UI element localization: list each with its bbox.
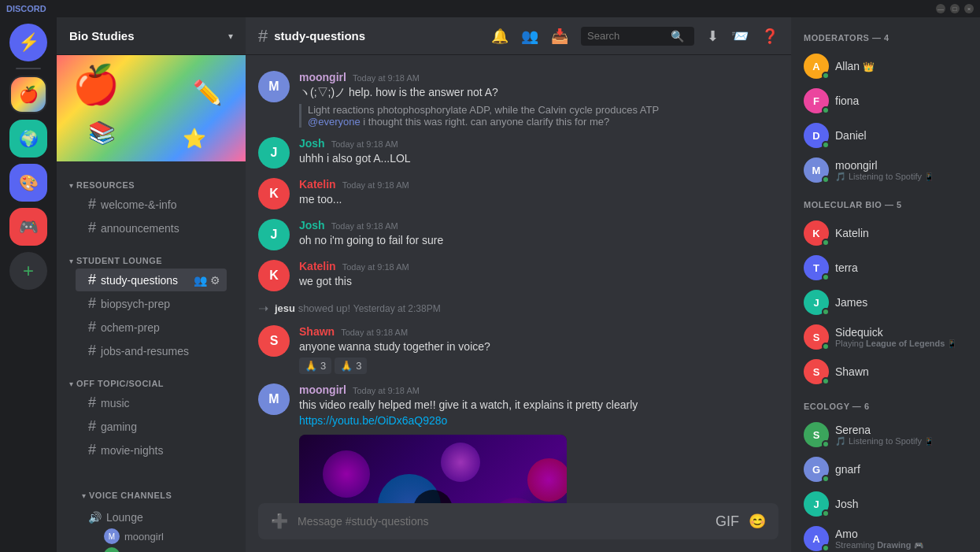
add-member-icon[interactable]: 👥 — [194, 274, 207, 287]
member-item-allan[interactable]: A Allan 👑 — [797, 49, 974, 83]
add-server-button[interactable]: + — [9, 252, 47, 290]
member-info: Katelin — [835, 227, 967, 239]
status-indicator — [822, 106, 830, 114]
message-input-field[interactable] — [298, 515, 706, 528]
category-resources-header[interactable]: ▾ RESOURCES — [69, 180, 233, 190]
server-name: Bio Studies — [69, 29, 135, 43]
member-item-daniel[interactable]: D Daniel — [797, 118, 974, 153]
download-icon[interactable]: ⬇ — [707, 28, 719, 45]
plus-icon[interactable]: ➕ — [271, 513, 288, 530]
video-embed[interactable]: ▶ — [299, 435, 567, 503]
category-voice-label: VOICE CHANNELS — [89, 491, 172, 500]
member-name: Allan 👑 — [835, 60, 967, 72]
channel-biopsych-prep[interactable]: # biopsych-prep — [76, 292, 227, 315]
server-header[interactable]: Bio Studies ▾ — [57, 17, 246, 55]
system-message-text: jesu showed up! Yesterday at 2:38PM — [275, 302, 441, 314]
message-username[interactable]: Katelin — [299, 260, 336, 272]
video-link[interactable]: https://youtu.be/OiDx6aQ928o — [299, 414, 447, 427]
member-info: Sidequick Playing League of Legends 📱 — [835, 326, 967, 348]
help-icon[interactable]: ❓ — [761, 28, 778, 45]
member-activity: Playing League of Legends 📱 — [835, 339, 967, 348]
message-username[interactable]: Shawn — [299, 325, 335, 338]
server-banner: 🍎 ✏️ 📚 ⭐ — [57, 55, 246, 161]
voice-member-moongirl[interactable]: M moongirl — [82, 527, 227, 546]
member-item-moongirl[interactable]: M moongirl 🎵 Listening to Spotify 📱 — [797, 153, 974, 187]
search-input[interactable] — [587, 30, 666, 42]
channel-announcements[interactable]: # announcements — [76, 217, 227, 239]
message-header: Josh Today at 9:18 AM — [299, 219, 778, 232]
channel-welcome-info[interactable]: # welcome-&-info — [76, 193, 227, 216]
avatar: S — [804, 359, 829, 384]
member-name: Sidequick — [835, 326, 967, 339]
avatar: J — [258, 219, 290, 250]
channel-music[interactable]: # music — [76, 391, 227, 414]
search-bar[interactable]: 🔍 — [581, 27, 694, 46]
message-group: J Josh Today at 9:18 AM oh no i'm going … — [258, 216, 778, 254]
gif-icon[interactable]: GIF — [716, 513, 739, 530]
message-text: me too... — [299, 192, 778, 208]
banner-content: 🍎 ✏️ 📚 ⭐ — [57, 55, 246, 161]
category-voice-header[interactable]: ▾ VOICE CHANNELS — [69, 478, 233, 503]
message-username[interactable]: Josh — [299, 137, 325, 150]
member-item-james[interactable]: J James — [797, 285, 974, 320]
bell-icon[interactable]: 🔔 — [491, 28, 508, 45]
reaction-btn[interactable]: 🙏 3 — [299, 358, 331, 374]
message-content: moongirl Today at 9:18 AM ヽ(;▽;)ノ help. … — [299, 71, 778, 128]
message-username[interactable]: Katelin — [299, 178, 336, 191]
inbox-icon[interactable]: 📥 — [551, 28, 568, 45]
speaker-icon: 🔊 — [88, 511, 102, 524]
member-item-josh-ecology[interactable]: J Josh — [797, 487, 974, 521]
channel-movie-nights[interactable]: # movie-nights — [76, 439, 227, 461]
settings-icon[interactable]: ⚙ — [210, 274, 220, 287]
member-info: Shawn — [835, 365, 967, 378]
voice-member-serena[interactable]: S Serena — [82, 546, 227, 552]
member-item-serena[interactable]: S Serena 🎵 Listening to Spotify 📱 — [797, 417, 974, 452]
category-student-lounge-header[interactable]: ▾ STUDENT LOUNGE — [69, 256, 233, 265]
video-thumbnail: ▶ — [299, 435, 567, 503]
reaction-btn[interactable]: 🙏 3 — [335, 358, 367, 374]
maximize-btn[interactable]: □ — [950, 4, 960, 13]
message-username[interactable]: moongirl — [299, 71, 346, 83]
minimize-btn[interactable]: — — [936, 4, 945, 13]
member-category-ecology: ECOLOGY — 6 S Serena 🎵 Listening to Spot… — [797, 398, 974, 552]
voice-member-label: Serena — [124, 550, 157, 553]
notification-icon[interactable]: 📨 — [731, 28, 749, 45]
category-off-topic: ▾ OFF TOPIC/SOCIAL # music # gaming # mo… — [57, 366, 246, 465]
server-home[interactable]: ⚡ — [9, 24, 47, 61]
member-item-gnarf[interactable]: G gnarf — [797, 452, 974, 487]
server-bio-studies[interactable]: 🍎 — [9, 76, 47, 113]
voice-channel-lounge-header[interactable]: 🔊 Lounge — [82, 508, 227, 527]
member-item-katelin[interactable]: K Katelin — [797, 216, 974, 250]
channel-study-questions[interactable]: # study-questions 👥 ⚙ — [76, 269, 227, 291]
server-planet[interactable]: 🌍 — [9, 120, 47, 157]
discord-logo: DISCORD — [6, 4, 46, 13]
channel-ochem-prep[interactable]: # ochem-prep — [76, 316, 227, 339]
search-icon: 🔍 — [671, 30, 684, 43]
member-info: Josh — [835, 498, 967, 510]
game-name: League of Legends — [866, 339, 945, 348]
member-item-sidequick[interactable]: S Sidequick Playing League of Legends 📱 — [797, 320, 974, 354]
close-btn[interactable]: × — [964, 4, 974, 13]
members-icon[interactable]: 👥 — [521, 28, 538, 45]
server-art[interactable]: 🎨 — [9, 164, 47, 202]
hash-icon: # — [88, 196, 96, 213]
message-header: Katelin Today at 9:18 AM — [299, 178, 778, 191]
member-name: James — [835, 296, 967, 309]
member-item-fiona[interactable]: F fiona — [797, 83, 974, 118]
member-item-amo[interactable]: A Amo Streaming Drawing 🎮 — [797, 521, 974, 552]
message-username[interactable]: moongirl — [299, 383, 346, 396]
member-item-shawn[interactable]: S Shawn — [797, 354, 974, 389]
channel-jobs-resumes[interactable]: # jobs-and-resumes — [76, 339, 227, 362]
channel-gaming[interactable]: # gaming — [76, 415, 227, 438]
category-off-topic-header[interactable]: ▾ OFF TOPIC/SOCIAL — [69, 379, 233, 388]
activity-badge: 📱 — [924, 437, 934, 446]
status-indicator — [822, 440, 830, 448]
message-input-container: ➕ GIF 😊 — [258, 503, 778, 539]
emoji-icon[interactable]: 😊 — [749, 513, 766, 530]
member-name: Serena — [835, 424, 967, 436]
category-arrow-icon: ▾ — [69, 181, 73, 190]
message-username[interactable]: Josh — [299, 219, 325, 232]
member-item-terra[interactable]: T terra — [797, 250, 974, 285]
server-game[interactable]: 🎮 — [9, 208, 47, 246]
member-name: Josh — [835, 498, 967, 510]
